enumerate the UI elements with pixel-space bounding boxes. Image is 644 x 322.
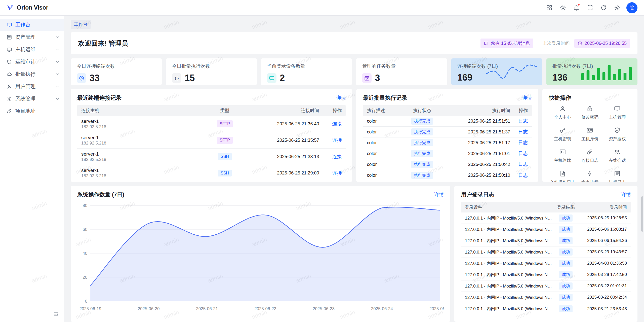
quick-action-asset-authorization[interactable]: 资产授权 [603, 127, 631, 142]
stat-value: 2 [280, 73, 285, 83]
chevron-down-icon [55, 59, 60, 64]
unread-messages-badge[interactable]: 您有 15 条未读消息 [480, 39, 533, 48]
login-device: 127.0.0.1 - 内网IP - Mozilla/5.0 (Windows … [465, 215, 554, 221]
stat-card-managed-tasks: 管理的任务数量 3 [356, 58, 447, 85]
quick-actions-grid: 个人中心 修改密码 主机管理 主机密钥 主机身份 资产授权 主机终端 连接日志 … [549, 105, 631, 182]
sidebar-item-asset-management[interactable]: 资产管理 [0, 31, 64, 43]
welcome-title: 欢迎回来! 管理员 [78, 39, 128, 48]
log-action-link[interactable]: 日志 [518, 129, 528, 134]
table-row: 127.0.0.1 - 内网IP - Mozilla/5.0 (Windows … [461, 235, 631, 246]
exec-time: 2025-06-25 21:51:01 [442, 151, 510, 156]
connect-time: 2025-06-25 21:33:13 [244, 154, 319, 159]
stat-value: 3 [375, 73, 380, 83]
app-logo[interactable]: Orion Visor [7, 4, 48, 12]
table-header: 执行描述 执行状态 执行时间 操作 [363, 105, 532, 116]
quick-action-change-password[interactable]: 修改密码 [576, 105, 604, 120]
stat-card-login-devices: 当前登录设备数量 2 [261, 58, 352, 85]
login-time: 2025-03-29 17:42:50 [578, 272, 627, 277]
last-login-label: 上次登录时间 [543, 40, 570, 46]
protocol-tag: SFTP [217, 120, 233, 127]
sidebar-item-system-management[interactable]: 系统管理 [0, 93, 64, 105]
clock-icon [578, 41, 582, 46]
log-action-link[interactable]: 日志 [518, 173, 528, 178]
quick-action-command-exec[interactable]: 命令执行 [576, 170, 604, 182]
host-display-icon [7, 47, 12, 52]
quick-action-host-management[interactable]: 主机管理 [603, 105, 631, 120]
quick-action-host-terminal[interactable]: 主机终端 [549, 149, 576, 163]
log-action-link[interactable]: 日志 [518, 151, 528, 156]
protocol-tag: SSH [218, 170, 232, 177]
table-row: 127.0.0.1 - 内网IP - Mozilla/5.0 (Windows … [461, 258, 631, 269]
user-icon [7, 84, 12, 89]
quick-action-connection-log[interactable]: 连接日志 [576, 149, 604, 163]
login-device: 127.0.0.1 - 内网IP - Mozilla/5.0 (Windows … [465, 249, 554, 255]
quick-action-exec-log[interactable]: 执行日志 [603, 170, 631, 182]
table-row: server-1182.92.5.218 SSH 2025-06-25 21:2… [77, 165, 346, 181]
svg-text:2025-06-22: 2025-06-22 [254, 306, 276, 311]
link-icon [586, 149, 593, 155]
workbench-icon [7, 22, 12, 28]
main-content: 工作台 欢迎回来! 管理员 您有 15 条未读消息 上次登录时间 2025-06… [64, 16, 644, 322]
system-operations-area-chart: 0204060802025-06-192025-06-202025-06-212… [77, 202, 444, 313]
svg-text:40: 40 [83, 251, 87, 256]
svg-text:80: 80 [83, 203, 87, 208]
host-ip: 182.92.5.218 [81, 124, 106, 129]
key-icon [559, 127, 566, 134]
log-action-link[interactable]: 日志 [518, 118, 528, 124]
system-operations-chart-panel: 系统操作数量 (7日) 详情 0204060802025-06-192025-0… [71, 186, 450, 322]
breadcrumb-item-workbench[interactable]: 工作台 [71, 20, 91, 29]
log-action-link[interactable]: 日志 [518, 140, 528, 145]
quick-action-online-sessions[interactable]: 在线会话 [603, 149, 631, 163]
menu-fold-icon [53, 311, 59, 317]
quick-action-host-key[interactable]: 主机密钥 [549, 127, 576, 142]
quick-action-personal-center[interactable]: 个人中心 [549, 105, 576, 120]
panel-title: 快捷操作 [549, 94, 571, 102]
ops-chart-detail-link[interactable]: 详情 [434, 191, 444, 198]
connect-action-link[interactable]: 连接 [332, 170, 342, 176]
batch-records-detail-link[interactable]: 详情 [522, 95, 532, 101]
notifications-button[interactable] [571, 3, 582, 13]
stat-card-terminal-7d: 连接终端次数 (7日) 169 [451, 58, 542, 85]
connect-action-link[interactable]: 连接 [332, 137, 342, 143]
theme-toggle-button[interactable] [557, 3, 568, 13]
login-logs-detail-link[interactable]: 详情 [621, 191, 631, 198]
terminal-records-detail-link[interactable]: 详情 [336, 95, 346, 101]
connect-action-link[interactable]: 连接 [332, 154, 342, 159]
refresh-button[interactable] [598, 3, 609, 13]
login-result-badge: 成功 [559, 282, 573, 290]
sun-icon [560, 5, 566, 11]
page-scrollbar[interactable] [641, 196, 643, 232]
settings-button[interactable] [612, 3, 622, 13]
lock-icon [586, 105, 593, 112]
exec-time: 2025-06-25 21:50:42 [442, 162, 510, 167]
last-login-time-badge: 2025-06-25 19:26:55 [574, 39, 630, 48]
svg-text:2025-06-20: 2025-06-20 [138, 306, 159, 311]
panel-title: 用户登录日志 [461, 191, 494, 198]
sidebar-item-workbench[interactable]: 工作台 [0, 19, 64, 31]
table-header: 登录设备 登录结果 登录时间 [461, 202, 631, 212]
sidebar-item-user-management[interactable]: 用户管理 [0, 80, 64, 93]
login-result-badge: 成功 [559, 226, 573, 233]
quick-action-host-identity[interactable]: 主机身份 [576, 127, 604, 142]
quick-action-file-operation-log[interactable]: 文件操作日志 [549, 170, 576, 182]
sidebar-collapse-button[interactable] [52, 310, 60, 318]
sidebar-item-batch-exec[interactable]: 批量执行 [0, 68, 64, 80]
header-actions: 管 [544, 2, 637, 13]
status-badge: 执行完成 [411, 139, 433, 146]
sidebar-item-ops-audit[interactable]: 运维审计 [0, 56, 64, 68]
status-badge: 执行完成 [411, 172, 433, 179]
panel-title: 最近批量执行记录 [363, 94, 407, 102]
quick-actions-panel: 快捷操作 个人中心 修改密码 主机管理 主机密钥 主机身份 资产授权 主机终端 … [542, 89, 637, 182]
chevron-down-icon [55, 96, 60, 101]
connect-action-link[interactable]: 连接 [332, 121, 342, 126]
user-avatar[interactable]: 管 [626, 2, 637, 13]
sidebar-item-project-url[interactable]: 项目地址 [0, 105, 64, 117]
stat-value: 33 [90, 73, 100, 83]
table-row: color 执行完成 2025-06-25 21:51:17 日志 [363, 137, 532, 148]
sidebar-item-host-ops[interactable]: 主机运维 [0, 43, 64, 56]
fullscreen-button[interactable] [585, 3, 595, 13]
login-time: 2025-04-03 01:36:58 [578, 261, 627, 266]
log-action-link[interactable]: 日志 [518, 162, 528, 167]
apps-menu-button[interactable] [544, 3, 554, 13]
audit-shield-icon [7, 59, 12, 65]
